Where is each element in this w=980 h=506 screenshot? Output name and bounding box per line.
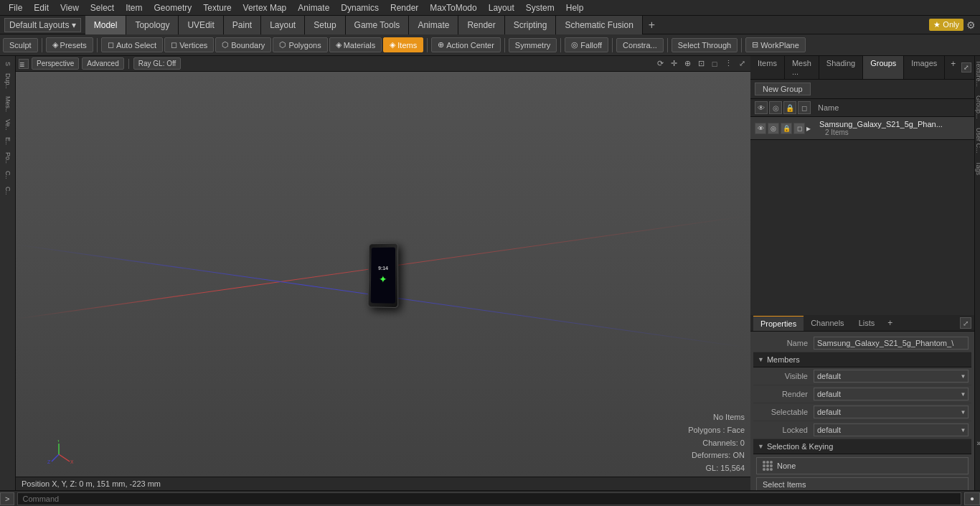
- layout-tab-layout[interactable]: Layout: [261, 16, 305, 34]
- layout-tab-render[interactable]: Render: [458, 16, 504, 34]
- left-tool-e[interactable]: E..: [3, 134, 13, 148]
- rp-tab-items[interactable]: Items: [750, 56, 785, 79]
- rp-expand-icon[interactable]: ⤢: [961, 62, 971, 72]
- menu-vertex-map[interactable]: Vertex Map: [237, 1, 293, 14]
- group-item-row[interactable]: 👁 ◎ 🔒 ◻ ▸ Samsung_Galaxy_S21_5g_Phan... …: [750, 117, 974, 140]
- tags-side-label[interactable]: Tags: [975, 157, 980, 179]
- scene-3d[interactable]: 9:14 ✦ X Z Y No Items Polyg: [16, 72, 750, 490]
- prop-name-input[interactable]: [814, 337, 969, 350]
- new-group-btn[interactable]: New Group: [755, 83, 811, 95]
- star-badge[interactable]: ★ Only: [929, 19, 963, 31]
- advanced-btn[interactable]: Advanced: [82, 57, 123, 70]
- group-lock-icon[interactable]: 🔒: [783, 101, 796, 114]
- menu-system[interactable]: System: [520, 1, 560, 14]
- action-center-btn[interactable]: ⊕ Action Center: [431, 37, 501, 52]
- sel-keying-section[interactable]: ▼ Selection & Keying: [753, 439, 971, 454]
- rp-tab-images[interactable]: Images: [904, 56, 945, 79]
- layout-tab-scripting[interactable]: Scripting: [505, 16, 557, 34]
- menu-edit[interactable]: Edit: [28, 1, 55, 14]
- group-side-label[interactable]: Group...: [975, 91, 980, 123]
- select-items-btn[interactable]: Select Items: [756, 477, 969, 490]
- left-tool-mes[interactable]: Mes..: [3, 93, 13, 115]
- menu-dynamics[interactable]: Dynamics: [335, 1, 385, 14]
- texture-side-label[interactable]: Texture...: [975, 56, 980, 91]
- props-tab-properties[interactable]: Properties: [753, 316, 804, 331]
- vp-zoom-icon[interactable]: ⊕: [682, 58, 693, 70]
- menu-geometry[interactable]: Geometry: [149, 1, 198, 14]
- boundary-btn[interactable]: ⬡ Boundary: [215, 37, 271, 52]
- auto-select-btn[interactable]: ◻ Auto Select: [101, 37, 163, 52]
- layout-tab-topology[interactable]: Topology: [126, 16, 179, 34]
- scroll-arrow[interactable]: »: [975, 439, 980, 447]
- workplane-btn[interactable]: ⊟ WorkPlane: [745, 37, 806, 52]
- left-tool-s[interactable]: S: [3, 59, 13, 69]
- vp-settings-icon[interactable]: ⋮: [722, 58, 734, 70]
- symmetry-btn[interactable]: Symmetry: [509, 38, 557, 52]
- menu-animate[interactable]: Animate: [292, 1, 335, 14]
- sculpt-btn[interactable]: Sculpt: [3, 38, 38, 52]
- rp-tab-add[interactable]: +: [945, 56, 961, 79]
- vertices-btn[interactable]: ◻ Vertices: [164, 37, 214, 52]
- prop-locked-select[interactable]: default: [814, 423, 969, 436]
- select-through-btn[interactable]: Select Through: [672, 38, 738, 52]
- menu-help[interactable]: Help: [560, 1, 590, 14]
- polygons-btn[interactable]: ⬡ Polygons: [273, 37, 327, 52]
- props-tab-add[interactable]: +: [882, 315, 898, 331]
- props-tab-channels[interactable]: Channels: [804, 316, 851, 330]
- cmd-toggle-btn[interactable]: >: [0, 492, 14, 505]
- group-eye-icon[interactable]: 👁: [755, 101, 768, 114]
- layout-tab-setup[interactable]: Setup: [305, 16, 345, 34]
- prop-selectable-select[interactable]: default: [814, 406, 969, 418]
- menu-layout[interactable]: Layout: [483, 1, 520, 14]
- left-tool-c2[interactable]: C..: [3, 184, 13, 198]
- menu-view[interactable]: View: [55, 1, 85, 14]
- left-tool-ve[interactable]: Ve..: [3, 116, 13, 133]
- group-sel-icon[interactable]: ◻: [798, 101, 811, 114]
- rp-tab-shading[interactable]: Shading: [819, 56, 863, 79]
- layout-tab-add[interactable]: +: [643, 17, 661, 33]
- left-tool-dup[interactable]: Dup..: [3, 70, 13, 92]
- menu-select[interactable]: Select: [85, 1, 120, 14]
- menu-render[interactable]: Render: [385, 1, 424, 14]
- ray-gl-btn[interactable]: Ray GL: Off: [133, 57, 182, 70]
- menu-texture[interactable]: Texture: [197, 1, 237, 14]
- layout-tab-animate[interactable]: Animate: [409, 16, 458, 34]
- vp-pan-icon[interactable]: ✛: [668, 58, 679, 70]
- props-tab-lists[interactable]: Lists: [852, 316, 882, 330]
- vp-fit-icon[interactable]: ⊡: [695, 58, 707, 70]
- layout-tab-uvedit[interactable]: UVEdit: [179, 16, 223, 34]
- materials-btn[interactable]: ◈ Materials: [329, 37, 382, 52]
- falloff-btn[interactable]: ◎ Falloff: [565, 37, 608, 52]
- group-render-icon[interactable]: ◎: [769, 101, 782, 114]
- menu-maxtomodo[interactable]: MaxToModo: [424, 1, 482, 14]
- gi-expand-icon[interactable]: ▸: [806, 123, 816, 133]
- layout-tab-gametools[interactable]: Game Tools: [346, 16, 410, 34]
- props-exp-icon[interactable]: ⤢: [960, 317, 971, 329]
- settings-icon[interactable]: ⚙: [966, 19, 976, 31]
- left-tool-po[interactable]: Po..: [3, 149, 13, 167]
- viewport[interactable]: ≡ Perspective Advanced Ray GL: Off ⟳ ✛ ⊕…: [16, 56, 750, 490]
- left-tool-c1[interactable]: C..: [3, 168, 13, 182]
- none-btn[interactable]: None: [756, 457, 969, 474]
- gi-lock-icon[interactable]: 🔒: [781, 123, 792, 134]
- layout-tab-paint[interactable]: Paint: [224, 16, 261, 34]
- layout-tab-schematic[interactable]: Schematic Fusion: [556, 16, 642, 34]
- vp-rotate-icon[interactable]: ⟳: [654, 58, 666, 70]
- gi-sel-icon[interactable]: ◻: [793, 123, 805, 134]
- rp-tab-mesh[interactable]: Mesh ...: [785, 56, 819, 79]
- prop-render-select[interactable]: default: [814, 388, 969, 400]
- rp-tab-groups[interactable]: Groups: [863, 56, 904, 79]
- layout-tab-model[interactable]: Model: [85, 16, 127, 34]
- menu-item[interactable]: Item: [120, 1, 148, 14]
- vp-display-icon[interactable]: □: [709, 58, 720, 70]
- perspective-btn[interactable]: Perspective: [32, 57, 79, 70]
- members-section[interactable]: ▼ Members: [753, 352, 971, 367]
- cmd-submit-btn[interactable]: ●: [964, 492, 980, 505]
- vp-expand-icon[interactable]: ⤢: [736, 58, 748, 70]
- layout-dropdown[interactable]: Default Layouts ▾: [4, 18, 81, 32]
- prop-visible-select[interactable]: default: [814, 370, 969, 383]
- items-btn[interactable]: ◈ Items: [383, 37, 423, 52]
- presets-btn[interactable]: ◈ Presets: [46, 37, 93, 52]
- gi-render-icon[interactable]: ◎: [768, 123, 779, 134]
- cmd-input[interactable]: [17, 492, 961, 505]
